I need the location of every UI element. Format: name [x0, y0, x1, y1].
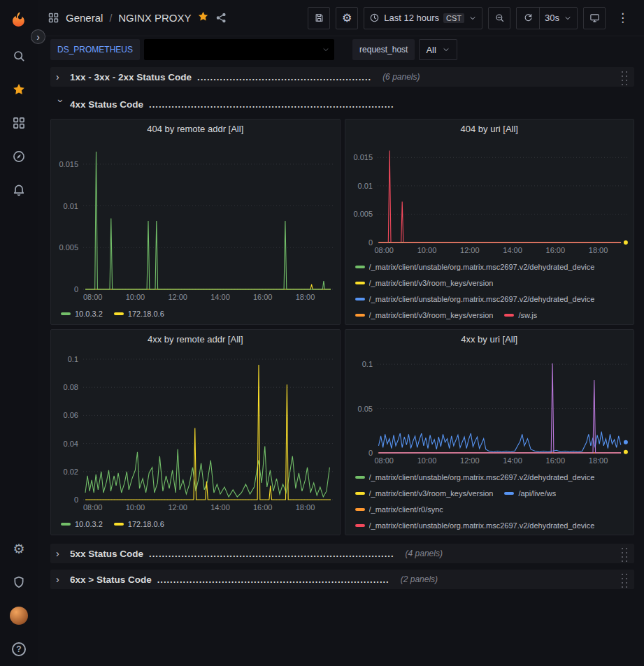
legend-series-label: /_matrix/client/v3/room_keys/version	[369, 489, 494, 498]
refresh-interval-picker[interactable]: 30s	[540, 8, 577, 29]
legend-item[interactable]: /api/live/ws	[504, 489, 556, 498]
timezone-badge: CST	[443, 13, 464, 23]
legend-item[interactable]: /_matrix/client/unstable/org.matrix.msc2…	[355, 295, 595, 303]
svg-text:0: 0	[368, 238, 372, 247]
svg-text:14:00: 14:00	[503, 456, 522, 465]
gear-icon: ⚙	[342, 13, 352, 24]
legend-series-marker	[355, 266, 365, 268]
row-header-1xx-3xx-2xx[interactable]: › 1xx - 3xx - 2xx Status Code ..........…	[50, 67, 634, 87]
svg-text:18:00: 18:00	[588, 246, 608, 254]
sidebar-item-alerting[interactable]	[0, 173, 38, 207]
legend-item[interactable]: /_matrix/client/v3/room_keys/version	[355, 311, 494, 319]
row-header-4xx[interactable]: › 4xx Status Code ......................…	[50, 95, 634, 113]
sidebar-item-explore[interactable]	[0, 140, 38, 173]
svg-text:10:00: 10:00	[417, 456, 436, 465]
row-header-6xx[interactable]: › 6xx > Status Code ....................…	[50, 570, 634, 589]
svg-text:0.005: 0.005	[59, 243, 78, 252]
panel-title[interactable]: 404 by remote addr [All]	[147, 124, 243, 134]
legend-item[interactable]: /_matrix/client/unstable/org.matrix.msc2…	[355, 263, 595, 271]
svg-text:18:00: 18:00	[588, 456, 608, 465]
row-drag-handle[interactable]	[620, 545, 629, 562]
search-icon	[12, 49, 26, 63]
sidebar-item-search[interactable]	[0, 39, 38, 73]
row-header-5xx[interactable]: › 5xx Status Code ......................…	[50, 544, 634, 563]
more-options-button[interactable]: ⋮	[611, 7, 634, 29]
row-panel-count: (6 panels)	[382, 72, 420, 82]
legend-item[interactable]: /_matrix/client/unstable/org.matrix.msc2…	[355, 521, 595, 530]
svg-text:0.08: 0.08	[64, 383, 78, 391]
legend-item[interactable]: 172.18.0.6	[114, 520, 164, 528]
panel-header[interactable]: 4xx by uri [All]	[345, 330, 634, 348]
panel-title[interactable]: 404 by uri [All]	[461, 124, 518, 134]
variable-value-ds-prometheus[interactable]	[144, 39, 334, 60]
legend-series-label: 10.0.3.2	[75, 520, 103, 528]
svg-text:16:00: 16:00	[545, 246, 565, 254]
time-series-chart[interactable]: 00.0050.010.01508:0010:0012:0014:0016:00…	[51, 138, 340, 303]
sidebar-item-help[interactable]: ?	[0, 632, 38, 666]
sidebar-item-configuration[interactable]: ⚙	[0, 532, 38, 565]
legend-series-label: /_matrix/client/v3/room_keys/version	[369, 279, 494, 287]
chevron-down-icon	[442, 45, 450, 54]
nav-sidebar: ⚙ ?	[0, 0, 38, 666]
time-series-chart[interactable]: 00.050.108:0010:0012:0014:0016:0018:00	[345, 348, 634, 467]
legend-series-marker	[504, 314, 514, 317]
zoom-out-button[interactable]	[488, 7, 510, 29]
panel-legend: /_matrix/client/unstable/org.matrix.msc2…	[345, 256, 634, 324]
apps-grid-icon	[48, 12, 59, 24]
legend-series-marker	[114, 312, 124, 315]
dashboard-settings-button[interactable]: ⚙	[336, 7, 358, 29]
svg-text:0.01: 0.01	[64, 202, 78, 210]
time-range-picker[interactable]: Last 12 hours CST	[364, 7, 482, 29]
legend-series-marker	[61, 312, 71, 315]
panel-header[interactable]: 4xx by remote addr [All]	[51, 330, 340, 348]
legend-row: /_matrix/client/r0/sync	[355, 501, 629, 517]
legend-series-label: /_matrix/client/unstable/org.matrix.msc2…	[369, 473, 595, 482]
legend-item[interactable]: 172.18.0.6	[114, 310, 164, 318]
legend-series-marker	[114, 523, 124, 526]
svg-text:12:00: 12:00	[168, 293, 187, 301]
legend-item[interactable]: /_matrix/client/v3/room_keys/version	[355, 279, 494, 287]
user-avatar	[10, 607, 28, 625]
grafana-logo[interactable]	[10, 0, 29, 39]
refresh-button[interactable]	[517, 8, 539, 29]
variable-value-request-host[interactable]: All	[419, 39, 457, 60]
legend-series-marker	[61, 523, 71, 526]
favorite-star-button[interactable]	[197, 10, 209, 25]
legend-item[interactable]: /_matrix/client/unstable/org.matrix.msc2…	[355, 473, 595, 482]
panel-header[interactable]: 404 by uri [All]	[345, 120, 634, 138]
sidebar-expand-button[interactable]: ›	[31, 29, 45, 44]
svg-text:16:00: 16:00	[253, 503, 273, 512]
legend-item[interactable]: /_matrix/client/r0/sync	[355, 505, 443, 514]
breadcrumb-folder[interactable]: General	[66, 12, 103, 24]
time-series-chart[interactable]: 00.020.040.060.080.108:0010:0012:0014:00…	[51, 348, 340, 514]
sidebar-item-profile[interactable]	[0, 599, 38, 632]
legend-item[interactable]: /sw.js	[504, 311, 537, 319]
sidebar-item-starred[interactable]	[0, 73, 38, 106]
svg-text:0.015: 0.015	[353, 153, 373, 161]
sidebar-item-dashboards[interactable]	[0, 106, 38, 140]
time-series-chart[interactable]: 00.0050.010.01508:0010:0012:0014:0016:00…	[345, 138, 634, 256]
legend-item[interactable]: /_matrix/client/v3/room_keys/version	[355, 489, 494, 498]
row-title: 4xx Status Code	[70, 99, 143, 110]
kebab-menu-icon: ⋮	[617, 12, 629, 24]
panel-title[interactable]: 4xx by remote addr [All]	[148, 334, 243, 345]
row-leader-dots: ........................................…	[149, 99, 394, 110]
svg-text:0.1: 0.1	[362, 360, 372, 368]
sidebar-item-server-admin[interactable]	[0, 565, 38, 599]
svg-text:10:00: 10:00	[417, 246, 436, 254]
row-drag-handle[interactable]	[620, 571, 629, 588]
row-drag-handle[interactable]	[620, 68, 629, 85]
refresh-button-group: 30s	[516, 7, 578, 29]
share-button[interactable]	[215, 12, 227, 24]
legend-item[interactable]: 10.0.3.2	[61, 520, 103, 528]
save-dashboard-button[interactable]	[308, 7, 330, 29]
breadcrumb-dashboard-title[interactable]: NGINX PROXY	[118, 12, 191, 24]
legend-item[interactable]: 10.0.3.2	[61, 310, 103, 318]
tv-mode-button[interactable]	[583, 7, 606, 29]
legend-series-marker	[355, 282, 365, 284]
panel-title[interactable]: 4xx by uri [All]	[461, 334, 517, 345]
save-icon	[314, 13, 324, 23]
legend-row: 10.0.3.2172.18.0.6	[61, 305, 334, 321]
panel-header[interactable]: 404 by remote addr [All]	[51, 120, 340, 138]
svg-text:0: 0	[74, 495, 78, 504]
